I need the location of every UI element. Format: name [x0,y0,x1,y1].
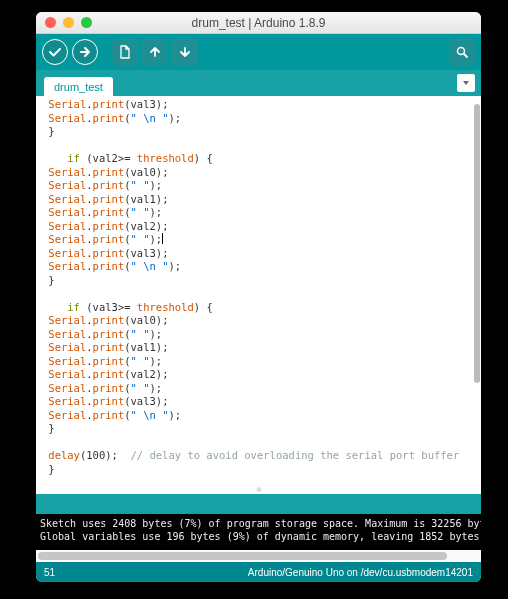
verify-button[interactable] [42,39,68,65]
status-bar: 51 Arduino/Genuino Uno on /dev/cu.usbmod… [36,562,481,582]
new-button[interactable] [112,39,138,65]
horizontal-scrollbar[interactable] [38,552,447,560]
status-line-number: 51 [44,567,55,578]
arrow-down-icon [178,45,192,59]
console-line: Global variables use 196 bytes (9%) of d… [40,531,481,542]
magnifier-icon [455,45,469,59]
check-icon [48,45,62,59]
tab-menu-button[interactable] [457,74,475,92]
app-window: drum_test | Arduino 1.8.9 drum_test Seri… [36,12,481,582]
file-icon [118,45,132,59]
window-title: drum_test | Arduino 1.8.9 [36,16,481,30]
code-editor[interactable]: Serial.print(val3); Serial.print(" \n ")… [36,96,471,494]
message-bar [36,494,481,514]
upload-button[interactable] [72,39,98,65]
console-output[interactable]: Sketch uses 2408 bytes (7%) of program s… [36,514,481,550]
toolbar [36,34,481,70]
tabbar: drum_test [36,70,481,96]
horizontal-scroll-track [36,550,481,562]
arrow-up-icon [148,45,162,59]
open-button[interactable] [142,39,168,65]
arrow-right-icon [78,45,92,59]
splitter-handle[interactable] [256,487,261,492]
tab-sketch[interactable]: drum_test [44,77,113,96]
status-board: Arduino/Genuino Uno on /dev/cu.usbmodem1… [248,567,473,578]
titlebar: drum_test | Arduino 1.8.9 [36,12,481,34]
chevron-down-icon [461,78,471,88]
serial-monitor-button[interactable] [449,39,475,65]
save-button[interactable] [172,39,198,65]
console-line: Sketch uses 2408 bytes (7%) of program s… [40,518,481,529]
vertical-scrollbar[interactable] [474,104,480,383]
editor-area: Serial.print(val3); Serial.print(" \n ")… [36,96,481,494]
